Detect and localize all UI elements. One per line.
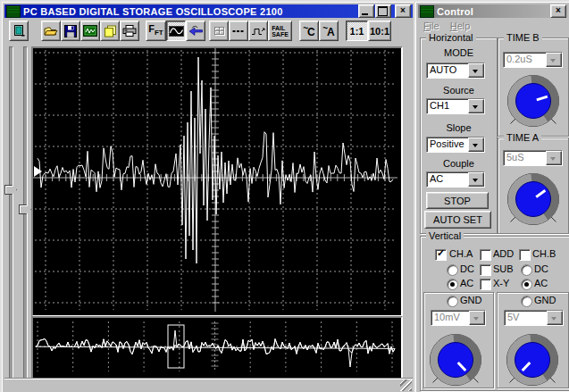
xy-checkbox[interactable] — [480, 279, 491, 290]
probe-1-1-label: 1:1 — [350, 26, 364, 37]
status-bar — [4, 378, 413, 392]
slope-value: Positive — [427, 138, 468, 152]
chb-gnd-radio[interactable] — [521, 296, 532, 307]
source-value: CH1 — [427, 99, 468, 113]
sine-screen-icon — [169, 26, 184, 37]
toolbar-button-copy[interactable] — [100, 21, 120, 41]
chevron-down-icon — [469, 311, 485, 325]
time-b-combo[interactable]: 0.2uS — [503, 52, 563, 68]
chb-range-combo[interactable]: 5V — [504, 310, 564, 326]
time-a-combo[interactable]: 5uS — [503, 150, 563, 166]
toolbar-button-persistence[interactable] — [229, 21, 248, 41]
sub-checkbox[interactable] — [480, 264, 491, 276]
cha-range-combo[interactable]: 10mV — [431, 310, 486, 326]
toolbar-button-fail-safe[interactable]: FAILSAFE — [268, 21, 292, 41]
toolbar-button-open[interactable] — [41, 21, 61, 41]
dotted-line-icon — [231, 26, 246, 37]
cha-ac-radio[interactable] — [447, 279, 458, 290]
cha-dc-radio[interactable] — [447, 264, 458, 276]
time-b-group: TIME B 0.2uS — [498, 38, 569, 137]
slope-combo[interactable]: Positive — [426, 137, 485, 153]
main-window-title: PC BASED DIGITAL STORAGE OSCILLOSCOPE 21… — [23, 6, 283, 17]
floppy-disk-icon — [64, 25, 77, 38]
couple-combo[interactable]: AC — [426, 171, 485, 188]
maximize-button[interactable] — [375, 4, 391, 18]
chevron-down-icon[interactable] — [468, 138, 484, 152]
chb-dc-label: DC — [534, 263, 548, 275]
chevron-down-icon — [546, 53, 562, 67]
couple-label: Couple — [421, 158, 497, 169]
menu-help[interactable]: Help — [445, 21, 476, 31]
chevron-down-icon[interactable] — [468, 172, 484, 187]
toolbar-button-waveform-view[interactable] — [166, 21, 186, 41]
toolbar-button-replay[interactable] — [186, 21, 205, 41]
slider-thumb-b[interactable] — [19, 204, 31, 214]
cha-checkbox[interactable] — [435, 249, 447, 261]
step-wave-icon — [251, 26, 265, 37]
toolbar-button-save[interactable] — [61, 21, 80, 41]
control-close-button[interactable]: × — [550, 4, 566, 18]
cal-a-label: ~A — [322, 23, 335, 38]
chb-dc-radio[interactable] — [521, 264, 532, 276]
toolbar-button-step-trigger[interactable] — [248, 21, 268, 41]
chb-checkbox[interactable] — [519, 249, 531, 261]
grid-icon — [213, 25, 226, 37]
toolbar-button-display[interactable] — [80, 21, 100, 41]
toolbar-button-probe-1-1[interactable]: 1:1 — [346, 21, 368, 41]
overview-canvas — [33, 318, 397, 375]
time-a-knob[interactable] — [500, 166, 566, 232]
toolbar-button-cal-a[interactable]: ~A — [319, 21, 339, 41]
menu-file[interactable]: File — [418, 21, 445, 31]
cha-range-value: 10mV — [431, 311, 469, 325]
open-folder-icon — [44, 25, 58, 37]
close-button[interactable]: × — [395, 4, 411, 18]
chevron-down-icon — [547, 311, 563, 325]
toolbar-button-print[interactable] — [120, 21, 139, 41]
scope-screen-icon — [83, 25, 97, 37]
sub-checkbox-label: SUB — [493, 263, 514, 275]
vertical-position-slider-a[interactable] — [9, 46, 13, 391]
chevron-down-icon[interactable] — [468, 99, 484, 113]
vertical-position-slider-b[interactable] — [23, 46, 28, 391]
menubar: File Help — [418, 19, 568, 32]
cha-ac-label: AC — [460, 278, 473, 289]
time-b-knob[interactable] — [500, 68, 566, 134]
slider-thumb-a[interactable] — [4, 185, 17, 195]
slope-label: Slope — [421, 122, 497, 133]
auto-set-button[interactable]: AUTO SET — [424, 211, 491, 229]
overview-display[interactable] — [31, 316, 403, 380]
resize-grip[interactable] — [400, 379, 412, 391]
fft-label: FFT — [148, 24, 163, 38]
time-b-label: TIME B — [504, 32, 542, 43]
notes-icon — [104, 25, 117, 38]
chb-gain-knob[interactable] — [499, 327, 565, 392]
trigger-marker[interactable] — [34, 166, 42, 177]
mode-combo[interactable]: AUTO — [426, 63, 485, 79]
minimize-button[interactable] — [358, 4, 374, 18]
printer-icon — [122, 25, 137, 37]
maximize-icon — [378, 6, 388, 16]
source-combo[interactable]: CH1 — [426, 98, 485, 114]
chb-ac-radio[interactable] — [521, 279, 532, 290]
chb-range-value: 5V — [505, 311, 547, 325]
probe-10-1-label: 10:1 — [370, 26, 389, 37]
cha-gain-knob[interactable] — [423, 327, 489, 392]
toolbar-button-cal-c[interactable]: ~C — [299, 21, 319, 41]
desktop: PC BASED DIGITAL STORAGE OSCILLOSCOPE 21… — [0, 0, 569, 392]
close-icon: × — [396, 5, 410, 16]
couple-value: AC — [427, 172, 468, 187]
toolbar-button-fft[interactable]: FFT — [146, 21, 166, 41]
toolbar-button-exit[interactable] — [9, 21, 29, 41]
control-window-title: Control — [437, 6, 473, 17]
app-icon — [6, 5, 21, 18]
chevron-down-icon[interactable] — [468, 63, 484, 78]
time-a-group: TIME A 5uS — [498, 138, 569, 234]
time-a-label: TIME A — [504, 132, 541, 143]
cha-gnd-radio[interactable] — [447, 296, 458, 307]
add-checkbox[interactable] — [480, 249, 491, 261]
control-app-icon — [420, 5, 434, 18]
fail-safe-label: FAILSAFE — [272, 25, 289, 38]
toolbar-button-probe-10-1[interactable]: 10:1 — [368, 21, 391, 41]
stop-button[interactable]: STOP — [426, 192, 489, 209]
control-titlebar: Control × — [418, 4, 568, 18]
